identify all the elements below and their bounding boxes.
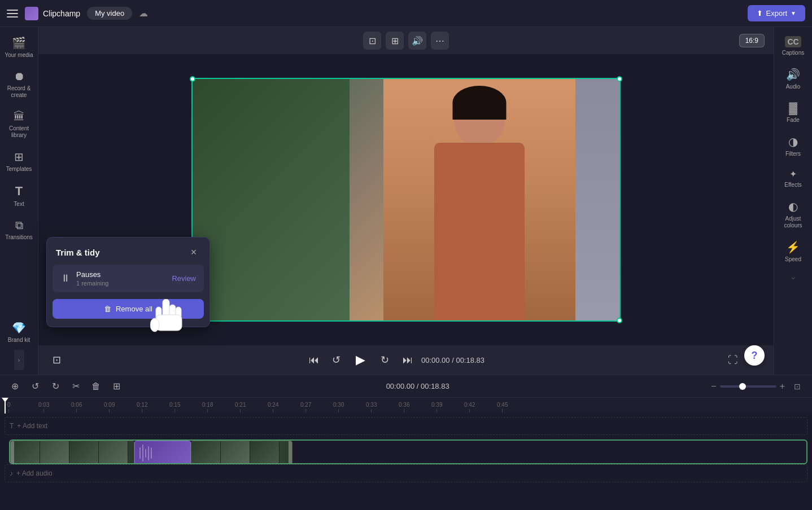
filters-label: Filters [785,151,801,157]
clip-resize-right-2[interactable] [289,441,292,464]
timeline-area: ⊕ ↺ ↻ ✂ 🗑 ⊞ 00:00.00 / 00:18.83 − + ⊡ 0 … [0,375,812,510]
sidebar-item-record-create[interactable]: ⏺ Record & create [2,65,36,103]
add-audio-track[interactable]: ♪ + Add audio [5,464,807,482]
rewind-button[interactable]: ⏮ [305,351,323,369]
crop-button[interactable]: ⊡ [363,32,381,50]
ruler-mark-36: 0:36 [399,402,409,412]
video-track-content [9,439,807,460]
fast-forward-button[interactable]: ⏭ [399,351,417,369]
trim-popup-header: Trim & tidy × [47,238,209,265]
sidebar-right-item-adjust-colours[interactable]: ◐ Adjust colours [776,195,810,234]
zoom-in-button[interactable]: + [780,381,785,392]
video-frame-wrapper [191,78,621,322]
filters-icon: ◑ [788,135,798,148]
sidebar-right-item-speed[interactable]: ⚡ Speed [776,236,810,267]
ruler-mark-24: 0:24 [268,402,278,412]
timeline-time-counter: 00:00.00 / 00:18.83 [129,382,706,390]
redo-button[interactable]: ↻ [47,379,63,394]
magnet-tool-button[interactable]: ⊕ [7,379,23,394]
trim-pauses-item: ⏸ Pauses 1 remaining Review [53,265,204,292]
video-person [383,78,575,322]
content-library-icon: 🏛 [14,110,25,123]
cut-button[interactable]: ✂ [68,379,84,394]
pauses-icon: ⏸ [60,272,71,284]
captions-toggle-button[interactable]: ⊡ [47,351,66,369]
app-logo [25,7,38,20]
trim-item-info: Pauses 1 remaining [76,270,108,287]
clip-thumbnails-2 [191,441,292,464]
time-display: 00:00.00 / 00:18.83 [421,356,484,364]
ruler-mark-0: 0 [7,402,11,412]
sidebar-label-transitions: Transitions [5,234,33,241]
sidebar-right-item-captions[interactable]: CC Captions [776,32,810,61]
playback-left: ⊡ [47,351,66,369]
add-text-track[interactable]: T + Add text [5,417,807,435]
sidebar-item-text[interactable]: T Text [2,179,36,212]
text-track-icon: T [10,422,14,430]
right-sidebar-collapse[interactable]: ⌄ [788,270,799,283]
video-clip-2[interactable] [191,441,293,464]
sidebar-right-item-filters[interactable]: ◑ Filters [776,130,810,162]
trim-popup-close-button[interactable]: × [187,245,200,259]
fade-label: Fade [787,117,800,124]
menu-button[interactable] [7,8,18,19]
sidebar-item-your-media[interactable]: 🎬 Your media [2,32,36,63]
video-clip-1[interactable] [10,441,134,464]
help-button[interactable]: ? [744,345,765,366]
speed-label: Speed [785,256,801,263]
sidebar-expand-button[interactable]: › [14,350,24,370]
zoom-slider[interactable] [720,385,776,388]
sidebar-item-templates[interactable]: ⊞ Templates [2,146,36,177]
speed-icon: ⚡ [786,240,800,254]
zoom-out-button[interactable]: − [711,381,716,392]
skip-back-button[interactable]: ↺ [328,351,346,369]
video-plant-bg [191,78,350,322]
ruler-mark-21: 0:21 [235,402,246,412]
adjust-colours-label: Adjust colours [779,216,808,229]
ruler-mark-33: 0:33 [366,402,377,412]
your-media-icon: 🎬 [12,36,26,50]
fit-to-view-button[interactable]: ⊡ [789,379,805,394]
sidebar-right-item-audio[interactable]: 🔊 Audio [776,63,810,95]
export-button[interactable]: ⬆ Export ▼ [748,5,805,21]
review-button[interactable]: Review [172,274,196,283]
sidebar-right-item-fade[interactable]: ▓ Fade [776,97,810,128]
remove-all-label: Remove all [116,305,152,313]
sidebar-label-templates: Templates [6,166,32,173]
video-track-row [0,436,812,463]
brand-kit-icon: 💎 [12,321,26,335]
ruler-mark-9: 0:09 [104,402,115,412]
captions-label: Captions [782,50,804,56]
duplicate-button[interactable]: ⊞ [108,379,124,394]
sidebar-right-item-effects[interactable]: ✦ Effects [776,164,810,193]
pauses-remaining: 1 remaining [76,280,108,287]
ruler-mark-18: 0:18 [202,402,213,412]
clip-resize-left-1[interactable] [11,441,14,464]
sidebar-item-brand-kit[interactable]: 💎 Brand kit [2,316,36,348]
export-chevron-icon: ▼ [791,10,796,16]
preview-toolbar: ⊡ ⊞ 🔊 ⋯ 16:9 [38,27,774,54]
captions-icon: CC [785,36,801,47]
ruler-mark-3: 0:03 [38,402,49,412]
audio-on-button[interactable]: 🔊 [408,32,426,50]
project-title[interactable]: My video [87,7,132,20]
sidebar-item-transitions[interactable]: ⧉ Transitions [2,214,36,245]
cloud-sync-icon: ☁ [139,8,148,19]
trim-tidy-popup: Trim & tidy × ⏸ Pauses 1 remaining Revie… [46,237,210,327]
play-button[interactable]: ▶ [350,349,372,371]
video-clip-transition[interactable] [134,441,191,464]
skip-forward-button[interactable]: ↻ [376,351,394,369]
delete-button[interactable]: 🗑 [88,379,104,394]
ruler-mark-15: 0:15 [169,402,180,412]
expand-button[interactable]: ⊞ [386,32,404,50]
remove-all-button[interactable]: 🗑 Remove all [53,299,204,319]
more-options-button[interactable]: ⋯ [431,32,449,50]
playhead[interactable] [5,398,6,414]
sidebar-item-content-library[interactable]: 🏛 Content library [2,105,36,143]
timeline-ruler: 0 0:03 0:06 0:09 0:12 0:15 0:18 0:21 0:2… [0,398,812,414]
pauses-label: Pauses [76,270,108,279]
logo-area: Clipchamp [25,7,80,20]
fullscreen-button[interactable]: ⛶ [724,351,742,369]
undo-button[interactable]: ↺ [27,379,43,394]
sidebar-label-content-library: Content library [5,125,34,139]
